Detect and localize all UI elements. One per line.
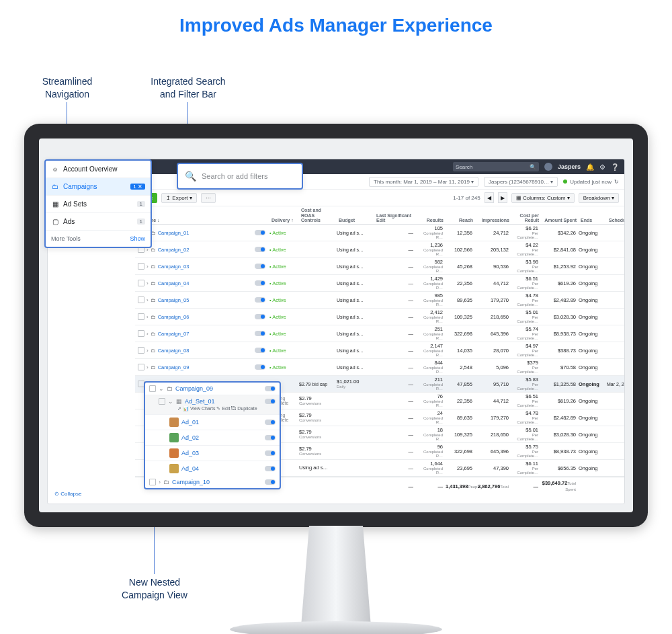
checkbox[interactable] <box>138 313 144 320</box>
page-title: Improved Ads Manager Experience <box>0 15 672 36</box>
campaign-name[interactable]: Campaign_02 <box>158 247 190 253</box>
nested-campaign-panel: ⌄🗀Campaign_09 ⌄▦Ad_Set_01 ➚ 📊 View Chart… <box>144 381 281 489</box>
search-filter-bar[interactable]: 🔍 Search or add filters <box>177 163 303 190</box>
nested-campaign-10[interactable]: ›🗀Campaign_10 <box>145 476 280 488</box>
table-row[interactable]: ›🗀Campaign_08ActiveUsing ad s…—2,147Comp… <box>135 342 624 359</box>
export-button[interactable]: ↥ Export ▾ <box>161 193 197 203</box>
date-range-selector[interactable]: This month: Mar 1, 2019 – Mar 11, 2019 ▾ <box>369 177 478 187</box>
toggle[interactable] <box>255 314 265 319</box>
table-row[interactable]: ›🗀Campaign_05ActiveUsing ad s…—985Comple… <box>135 292 624 309</box>
checkbox[interactable] <box>138 347 144 354</box>
col-results[interactable]: Results <box>416 216 446 225</box>
adset-icon: ▦ <box>176 398 182 405</box>
checkbox[interactable] <box>138 280 144 286</box>
toggle[interactable] <box>255 247 265 252</box>
campaign-name[interactable]: Campaign_07 <box>158 331 190 337</box>
toggle[interactable] <box>265 450 276 456</box>
checkbox[interactable] <box>138 330 144 337</box>
delivery-status: Active <box>269 297 286 303</box>
help-icon[interactable]: ❔ <box>611 163 619 171</box>
user-name: Jaspers <box>558 163 581 170</box>
col-name[interactable]: ▢ Name ↓ <box>135 216 269 225</box>
campaign-name[interactable]: Campaign_04 <box>158 280 190 286</box>
toggle[interactable] <box>255 280 265 286</box>
col-impressions[interactable]: Impressions <box>475 216 511 225</box>
nested-ad[interactable]: Ad_01 <box>145 415 280 430</box>
col-last-edit[interactable]: Last Significant Edit <box>374 212 416 225</box>
action-bar: ate ↥ Export ▾ ⋯ 1-17 of 245 ◀ ▶ ▦ Colum… <box>135 190 624 206</box>
breakdown-button[interactable]: Breakdown ▾ <box>579 193 619 203</box>
campaign-name[interactable]: Campaign_06 <box>158 314 190 320</box>
columns-button[interactable]: ▦ Columns: Custom ▾ <box>511 193 575 203</box>
nav-more-tools[interactable]: More ToolsShow <box>46 231 151 247</box>
folder-icon: 🗀 <box>151 348 156 354</box>
toggle[interactable] <box>255 297 265 303</box>
table-row[interactable]: ›🗀Campaign_03ActiveUsing ad s…—582Comple… <box>135 258 624 275</box>
toggle[interactable] <box>255 331 265 336</box>
pagination-label: 1-17 of 245 <box>453 195 480 201</box>
col-cost-per-result[interactable]: Cost per Result <box>511 212 541 225</box>
nested-ad[interactable]: Ad_04 <box>145 461 280 476</box>
table-row[interactable]: ›🗀Campaign_01ActiveUsing ad s…—105Comple… <box>135 225 624 241</box>
callout-nested: New NestedCampaign View <box>108 576 202 602</box>
toggle[interactable] <box>265 466 276 471</box>
folder-icon: 🗀 <box>151 247 156 253</box>
campaign-name[interactable]: Campaign_08 <box>158 348 190 354</box>
delivery-status: Active <box>269 264 286 270</box>
nested-campaign-09[interactable]: ⌄🗀Campaign_09 <box>145 383 280 395</box>
checkbox[interactable] <box>138 296 144 303</box>
toggle[interactable] <box>255 364 265 370</box>
chevron-right-icon: › <box>146 314 149 320</box>
toggle[interactable] <box>265 420 276 425</box>
campaign-name[interactable]: Campaign_01 <box>158 230 190 236</box>
folder-icon: 🗀 <box>151 314 156 320</box>
nested-ad[interactable]: Ad_03 <box>145 446 280 461</box>
checkbox[interactable] <box>138 263 144 270</box>
user-avatar-icon[interactable] <box>544 163 552 171</box>
toggle[interactable] <box>265 479 276 485</box>
more-button[interactable]: ⋯ <box>201 193 216 203</box>
nested-ad[interactable]: Ad_02 <box>145 430 280 446</box>
col-delivery[interactable]: Delivery ↑ <box>269 216 299 225</box>
col-ends[interactable]: Ends <box>579 216 607 225</box>
nav-adsets[interactable]: ▦Ad Sets1 <box>46 196 151 213</box>
table-row[interactable]: ›🗀Campaign_04ActiveUsing ad s…—1,429Comp… <box>135 275 624 292</box>
collapse-button[interactable]: ⊙ Collapse <box>54 491 81 497</box>
ad-thumbnail <box>169 418 179 427</box>
col-schedule[interactable]: Schedule <box>607 216 625 225</box>
campaign-name[interactable]: Campaign_03 <box>158 264 190 270</box>
toggle[interactable] <box>265 435 276 440</box>
account-selector[interactable]: Jaspers (12345678910… ▾ <box>484 177 558 187</box>
campaign-name[interactable]: Campaign_05 <box>158 297 190 303</box>
delivery-status: Active <box>269 314 286 320</box>
global-search-input[interactable]: Search🔍 <box>453 162 539 171</box>
table-row[interactable]: ›🗀Campaign_02ActiveUsing ad s…—1,236Comp… <box>135 241 624 258</box>
ad-thumbnail <box>169 433 179 442</box>
col-reach[interactable]: Reach <box>446 216 475 225</box>
col-amount-spent[interactable]: Amount Spent <box>541 216 579 225</box>
table-row[interactable]: ›🗀Campaign_06ActiveUsing ad s…—2,412Comp… <box>135 309 624 325</box>
checkbox[interactable] <box>138 364 144 370</box>
toggle[interactable] <box>255 230 265 235</box>
col-budget[interactable]: Budget <box>337 216 374 225</box>
toggle[interactable] <box>255 264 265 269</box>
nested-adset-01[interactable]: ⌄▦Ad_Set_01 ➚ 📊 View Charts ✎ Edit ⿻ Dup… <box>145 395 280 415</box>
table-row[interactable]: ›🗀Campaign_09ActiveUsing ad s…—844Comple… <box>135 359 624 376</box>
toggle[interactable] <box>255 348 265 353</box>
next-page-button[interactable]: ▶ <box>498 192 507 203</box>
nav-ads[interactable]: ▢Ads1 <box>46 213 151 231</box>
chevron-right-icon: › <box>146 297 149 303</box>
nav-account-overview[interactable]: ⌾Account Overview <box>46 161 151 178</box>
col-cost-roas[interactable]: Cost and ROAS Controls <box>299 206 337 225</box>
campaign-name[interactable]: Campaign_09 <box>158 364 190 370</box>
gear-icon[interactable]: ⚙ <box>599 163 605 171</box>
delivery-status: Active <box>269 230 286 236</box>
nav-campaigns[interactable]: 🗀Campaigns1 ✕ <box>46 178 151 196</box>
folder-icon: 🗀 <box>151 264 156 270</box>
toggle[interactable] <box>265 399 276 404</box>
table-row[interactable]: ›🗀Campaign_07ActiveUsing ad s…—251Comple… <box>135 325 624 342</box>
toggle[interactable] <box>265 386 276 391</box>
prev-page-button[interactable]: ◀ <box>485 192 494 203</box>
bell-icon[interactable]: 🔔 <box>586 163 594 171</box>
chevron-right-icon: › <box>146 331 149 337</box>
